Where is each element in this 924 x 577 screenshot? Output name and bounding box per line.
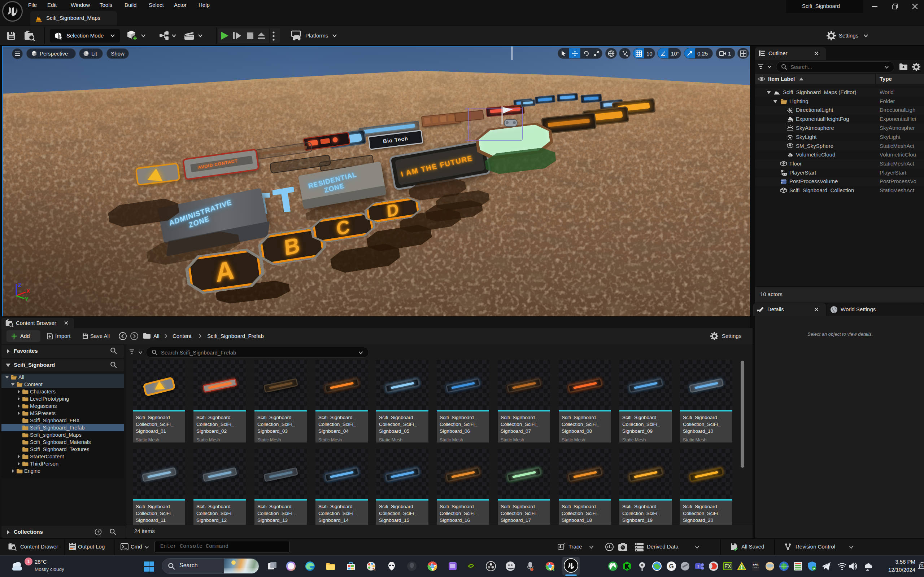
svg-text:G: G [669,563,674,570]
svg-text:Y: Y [25,296,29,301]
svg-text:X: X [26,288,30,294]
svg-text:GAMES: GAMES [753,567,759,569]
svg-text:T: T [697,564,699,568]
svg-text:Z: Z [18,282,21,288]
svg-text:EPIC: EPIC [753,563,759,566]
svg-text:31: 31 [920,564,924,567]
